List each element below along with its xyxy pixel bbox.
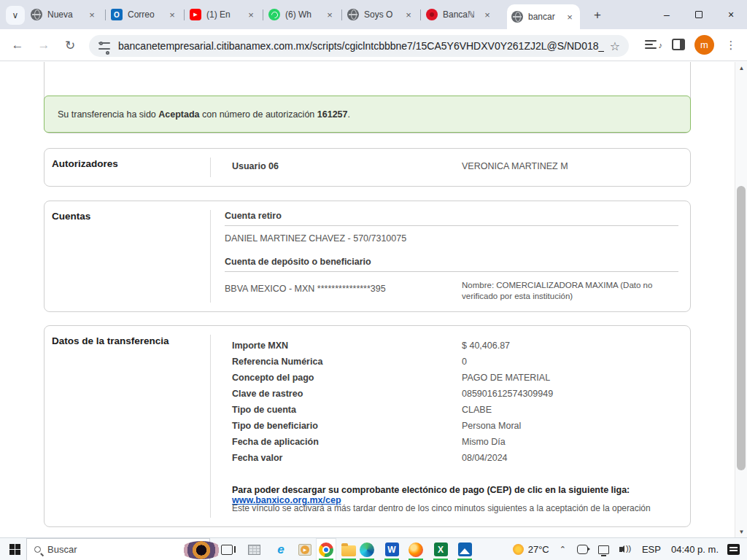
tab-youtube[interactable]: ▶ (1) En × — [185, 4, 261, 26]
clock[interactable]: 04:40 p. m. — [671, 544, 719, 555]
task-view-button[interactable] — [217, 538, 237, 560]
search-icon — [34, 546, 41, 553]
browser-toolbar: ← → ↻ bancanetempresarial.citibanamex.co… — [0, 29, 747, 61]
globe-icon — [31, 9, 42, 20]
new-tab-button[interactable]: + — [588, 6, 607, 25]
side-panel-icon[interactable] — [672, 39, 685, 50]
close-window-button[interactable]: × — [715, 0, 747, 29]
taskbar-file-explorer[interactable] — [338, 538, 359, 560]
tab-search-button[interactable]: ∨ — [6, 6, 25, 25]
tab-bancanet[interactable]: Bancaℕ × — [422, 4, 498, 26]
outlook-icon: O — [111, 9, 123, 20]
tab-whatsapp[interactable]: (6) Wh × — [264, 4, 340, 26]
profile-avatar[interactable]: m — [694, 35, 714, 55]
cep-note-2: Este vínculo se activará a más tardar de… — [232, 503, 651, 513]
section-title: Datos de la transferencia — [52, 335, 198, 348]
chevron-up-icon[interactable]: ⌃ — [560, 545, 566, 554]
taskbar-excel[interactable]: X — [430, 538, 451, 560]
close-icon[interactable]: × — [403, 9, 414, 20]
tab-strip: ∨ Nueva × O Correo × ▶ (1) En × (6) Wh ×… — [0, 0, 747, 29]
start-button[interactable] — [4, 538, 25, 560]
scrollbar-thumb[interactable] — [737, 186, 746, 470]
taskbar-photos[interactable] — [454, 538, 475, 560]
forward-button[interactable]: → — [34, 35, 54, 55]
plus-icon: + — [594, 8, 601, 23]
network-icon[interactable] — [598, 545, 609, 554]
temperature[interactable]: 27°C — [528, 544, 549, 555]
windows-logo-icon — [9, 544, 20, 555]
taskbar-media-player[interactable]: ▶ — [295, 538, 315, 560]
url-text[interactable]: bancanetempresarial.citibanamex.com.mx/s… — [118, 40, 604, 52]
whatsapp-icon — [268, 9, 280, 20]
alert-status: Aceptada — [158, 109, 199, 120]
transferencia-card: Datos de la transferencia Importe MXN $ … — [44, 325, 691, 527]
row-value: 0 — [462, 357, 467, 367]
alert-text: con número de autorización — [200, 109, 317, 120]
row-value: CLABE — [462, 405, 492, 415]
reload-button[interactable]: ↻ — [60, 35, 80, 55]
close-icon[interactable]: × — [166, 9, 178, 20]
tab-correo[interactable]: O Correo × — [107, 4, 182, 26]
cuentas-card: Cuentas Cuenta retiro DANIEL MARTINEZ CH… — [44, 201, 691, 312]
chrome-icon — [319, 542, 333, 557]
meet-now-icon[interactable] — [577, 545, 588, 554]
restore-button[interactable] — [683, 0, 715, 29]
notification-center-icon[interactable] — [727, 544, 740, 555]
row-value: Persona Moral — [462, 421, 521, 431]
tab-title: Nueva — [47, 9, 86, 20]
tab-title: (6) Wh — [285, 9, 324, 20]
divider — [210, 210, 211, 303]
language-indicator[interactable]: ESP — [642, 544, 661, 555]
tab-nueva[interactable]: Nueva × — [26, 4, 102, 26]
youtube-icon: ▶ — [190, 9, 201, 20]
taskbar-firefox[interactable] — [406, 538, 426, 560]
tab-separator — [263, 9, 263, 20]
tab-soys[interactable]: Soys O × — [343, 4, 419, 26]
tab-separator — [184, 9, 185, 20]
bookmark-star-icon[interactable]: ☆ — [610, 39, 620, 53]
word-icon: W — [385, 542, 399, 556]
close-icon[interactable]: × — [564, 11, 576, 23]
window-controls: – × — [651, 0, 747, 29]
taskbar-edge[interactable] — [357, 538, 377, 560]
address-bar[interactable]: bancanetempresarial.citibanamex.com.mx/s… — [89, 35, 629, 57]
authorizer-user: Usuario 06 — [232, 161, 279, 171]
media-player-icon: ▶ — [298, 544, 311, 556]
taskbar: Buscar e ▶ W X 27°C ⌃ )) ESP 04:40 p. m. — [0, 537, 747, 560]
close-icon[interactable]: × — [324, 9, 336, 20]
tab-active-bancanet[interactable]: bancar × — [507, 4, 580, 29]
taskbar-chrome[interactable] — [316, 538, 336, 560]
restore-icon — [695, 11, 703, 18]
media-controls-icon[interactable] — [645, 39, 661, 51]
site-info-icon[interactable] — [98, 41, 111, 51]
beneficiario-nombre: Nombre: COMERCIALIZADORA MAXIMA (Dato no… — [462, 280, 681, 302]
tab-title: Bancaℕ — [443, 9, 481, 20]
volume-icon[interactable]: )) — [619, 545, 632, 555]
taskbar-app-grid[interactable] — [244, 538, 264, 560]
page-scrollbar[interactable]: ▲ ▼ — [735, 62, 747, 537]
scroll-up-icon[interactable]: ▲ — [735, 62, 747, 74]
weather-icon[interactable] — [513, 544, 524, 555]
globe-icon — [347, 9, 359, 20]
row-label: Fecha de aplicación — [232, 437, 319, 447]
cuenta-retiro-label: Cuenta retiro — [225, 211, 678, 226]
cuenta-deposito-label: Cuenta de depósito o beneficiario — [225, 257, 678, 272]
close-icon[interactable]: × — [86, 9, 98, 20]
browser-menu-icon[interactable]: ⋮ — [725, 36, 737, 54]
cep-note: Para poder descargar su comprobante elec… — [232, 485, 690, 505]
minimize-button[interactable]: – — [651, 0, 683, 29]
search-placeholder: Buscar — [47, 544, 77, 555]
back-button[interactable]: ← — [7, 35, 28, 55]
close-icon[interactable]: × — [481, 9, 493, 20]
close-icon[interactable]: × — [245, 9, 257, 20]
scroll-down-icon[interactable]: ▼ — [735, 526, 747, 537]
page-content: Su transferencia ha sido Aceptada con nú… — [0, 62, 747, 537]
taskbar-search[interactable]: Buscar — [26, 538, 210, 560]
section-title: Cuentas — [52, 210, 198, 223]
taskbar-word[interactable]: W — [382, 538, 402, 560]
row-label: Referencia Numérica — [232, 357, 322, 367]
authorizer-name: VERONICA MARTINEZ M — [462, 161, 568, 171]
authorization-number: 161257 — [317, 109, 348, 120]
taskbar-internet-explorer[interactable]: e — [271, 538, 291, 560]
system-tray: 27°C ⌃ )) ESP 04:40 p. m. — [513, 538, 747, 560]
